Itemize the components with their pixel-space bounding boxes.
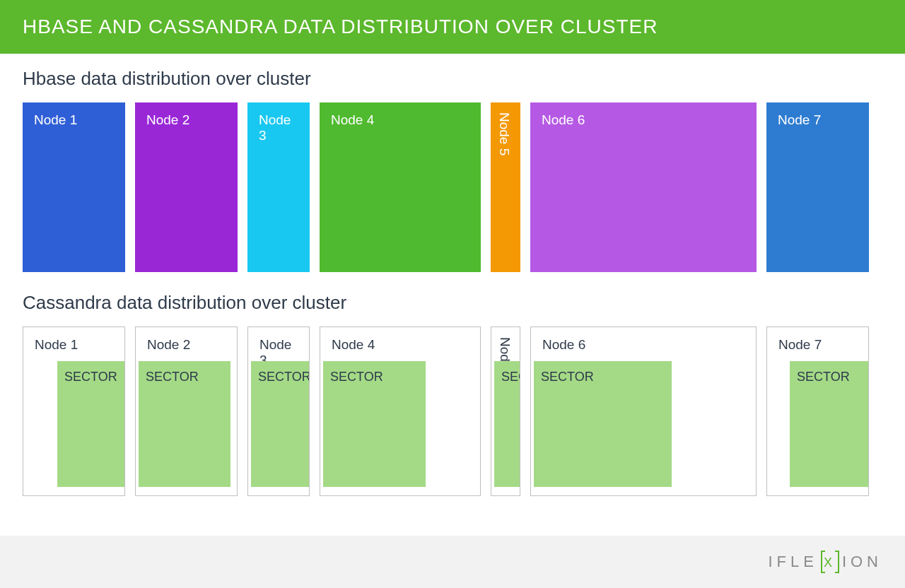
sector-block: SECTOR [251,361,310,487]
sector-block: SECTOR [494,361,520,487]
cassandra-node: Node 4SECTOR [320,327,481,496]
logo-bracket-icon: X [819,550,841,574]
cassandra-row: Node 1SECTORNode 2SECTORNode 3SECTORNode… [23,327,882,496]
cassandra-node: Node 5SECTOR [491,327,520,496]
page-title: HBASE AND CASSANDRA DATA DISTRIBUTION OV… [23,16,658,37]
sector-block: SECTOR [139,361,230,487]
hbase-node: Node 3 [247,102,310,272]
node-label: Node 5 [496,112,512,155]
cassandra-node: Node 1SECTOR [23,327,125,496]
node-label: Node 4 [332,337,375,352]
node-label: Node 7 [778,112,821,127]
logo: IFLE X ION [768,550,882,574]
node-label: Node 2 [146,112,189,127]
cassandra-node: Node 2SECTOR [135,327,238,496]
hbase-node: Node 6 [530,102,757,272]
node-label: Node 1 [34,112,77,127]
footer: IFLE X ION [0,536,905,588]
sector-block: SECTOR [534,361,672,487]
node-label: Node 2 [147,337,190,352]
hbase-node: Node 1 [23,102,125,272]
node-label: Node 6 [542,337,585,352]
cassandra-node: Node 6SECTOR [530,327,757,496]
cassandra-section-title: Cassandra data distribution over cluster [23,292,882,314]
node-label: Node 6 [542,112,585,127]
node-label: Node 4 [331,112,374,127]
logo-text-right: ION [842,553,882,571]
sector-block: SECTOR [790,361,869,487]
sector-block: SECTOR [323,361,426,487]
hbase-node: Node 5 [491,102,520,272]
node-label: Node 1 [35,337,78,352]
hbase-row: Node 1Node 2Node 3Node 4Node 5Node 6Node… [23,102,882,272]
hbase-node: Node 7 [766,102,869,272]
logo-text-left: IFLE [768,553,817,571]
hbase-node: Node 2 [135,102,238,272]
hbase-section-title: Hbase data distribution over cluster [23,68,882,90]
page-header: HBASE AND CASSANDRA DATA DISTRIBUTION OV… [0,0,905,54]
node-label: Node 3 [259,112,291,143]
sector-block: SECTOR [57,361,125,487]
node-label: Node 7 [778,337,822,352]
logo-text-mid: X [824,555,836,570]
cassandra-node: Node 7SECTOR [766,327,869,496]
hbase-node: Node 4 [320,102,481,272]
cassandra-node: Node 3SECTOR [247,327,310,496]
content-area: Hbase data distribution over cluster Nod… [0,54,905,536]
